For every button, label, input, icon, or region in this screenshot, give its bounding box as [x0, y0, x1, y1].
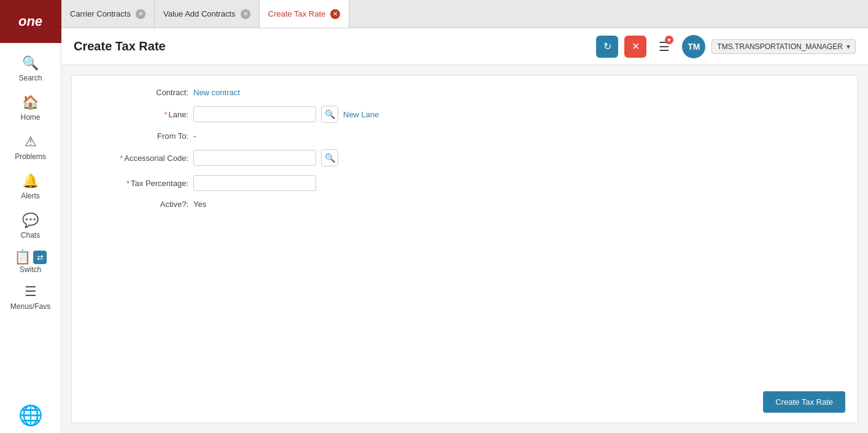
user-dropdown[interactable]: TMS.TRANSPORTATION_MANAGER ▾ [711, 39, 856, 54]
tab-carrier-contracts[interactable]: Carrier Contracts ✕ [61, 0, 155, 28]
tab-label: Create Tax Rate [268, 9, 326, 18]
chevron-down-icon: ▾ [847, 42, 850, 51]
sidebar-item-chats[interactable]: 💬 Chats [0, 206, 61, 246]
contract-row: Contract: New contract [90, 88, 839, 97]
tab-close-value-add[interactable]: ✕ [241, 9, 250, 19]
sidebar-item-search[interactable]: 🔍 Search [0, 49, 61, 88]
lane-label: *Lane: [90, 110, 188, 119]
sidebar-item-label: Alerts [21, 192, 40, 200]
sidebar-item-label: Search [18, 74, 42, 82]
menu-icon: ☰ [25, 284, 37, 300]
bell-icon: 🔔 [22, 173, 39, 189]
main-content: Carrier Contracts ✕ Value Add Contracts … [61, 0, 868, 433]
lane-row: *Lane: 🔍 New Lane [90, 106, 839, 123]
sidebar-item-label: Problems [15, 152, 46, 161]
sidebar-item-label: Chats [21, 231, 40, 240]
form-panel: Contract: New contract *Lane: 🔍 New Lane… [71, 75, 858, 423]
lane-input[interactable] [193, 106, 316, 122]
close-button[interactable]: ✕ [624, 36, 646, 58]
active-row: Active?: Yes [90, 200, 839, 209]
magnifier-icon: 🔍 [325, 153, 335, 163]
warning-icon: ⚠ [25, 134, 37, 150]
sidebar-item-switch[interactable]: 📋 ⇄ Switch [0, 246, 61, 278]
logo-text: one [18, 14, 42, 29]
tax-percentage-label: *Tax Percentage: [90, 179, 188, 188]
tax-percentage-row: *Tax Percentage: [90, 175, 839, 191]
content-area: Contract: New contract *Lane: 🔍 New Lane… [61, 65, 868, 433]
tab-create-tax-rate[interactable]: Create Tax Rate ✕ [260, 0, 350, 28]
create-tax-rate-button[interactable]: Create Tax Rate [763, 391, 845, 413]
notification-badge: ★ [665, 36, 673, 44]
app-logo[interactable]: one [0, 0, 61, 43]
from-to-row: From To: - [90, 131, 839, 141]
chat-icon: 💬 [22, 213, 39, 228]
active-label: Active?: [90, 200, 188, 209]
contract-value: New contract [193, 88, 240, 97]
close-icon: ✕ [632, 41, 640, 52]
header-bar: Create Tax Rate ↻ ✕ ☰ ★ TM TMS.TRANSPORT… [61, 28, 868, 65]
sidebar-globe-icon[interactable]: 🌐 [18, 404, 43, 427]
switch-arrows-icon: ⇄ [33, 251, 47, 264]
search-icon: 🔍 [22, 55, 39, 71]
tax-percentage-input[interactable] [193, 175, 316, 191]
sidebar-item-alerts[interactable]: 🔔 Alerts [0, 167, 61, 206]
new-lane-link[interactable]: New Lane [343, 110, 379, 119]
from-to-label: From To: [90, 131, 188, 141]
sidebar: one 🔍 Search 🏠 Home ⚠ Problems 🔔 Alerts … [0, 0, 61, 433]
tab-value-add-contracts[interactable]: Value Add Contracts ✕ [155, 0, 260, 28]
sidebar-item-home[interactable]: 🏠 Home [0, 88, 61, 128]
magnifier-icon: 🔍 [325, 109, 335, 119]
required-marker: * [164, 110, 167, 119]
home-icon: 🏠 [22, 95, 39, 111]
page-title: Create Tax Rate [74, 39, 590, 53]
refresh-button[interactable]: ↻ [596, 36, 618, 58]
active-value: Yes [193, 200, 206, 209]
tab-bar: Carrier Contracts ✕ Value Add Contracts … [61, 0, 868, 28]
tab-label: Value Add Contracts [163, 9, 236, 18]
sidebar-switch-label: Switch [20, 265, 41, 274]
username-label: TMS.TRANSPORTATION_MANAGER [717, 42, 843, 51]
switch-main-icon: 📋 [14, 249, 31, 265]
sidebar-item-label: Menus/Favs [10, 302, 50, 311]
form-footer: Create Tax Rate [763, 391, 845, 413]
accessorial-code-input[interactable] [193, 150, 316, 166]
required-marker: * [120, 154, 123, 163]
accessorial-code-row: *Accessorial Code: 🔍 [90, 149, 839, 166]
accessorial-code-label: *Accessorial Code: [90, 154, 188, 163]
tab-close-carrier-contracts[interactable]: ✕ [136, 9, 145, 19]
from-to-value: - [193, 131, 196, 141]
accessorial-search-button[interactable]: 🔍 [321, 149, 338, 166]
sidebar-item-menus[interactable]: ☰ Menus/Favs [0, 278, 61, 317]
required-marker: * [126, 179, 130, 188]
tab-label: Carrier Contracts [70, 9, 131, 18]
sidebar-item-label: Home [20, 113, 40, 122]
sidebar-item-problems[interactable]: ⚠ Problems [0, 128, 61, 167]
header-menu-button[interactable]: ☰ ★ [659, 39, 670, 54]
contract-label: Contract: [90, 88, 188, 97]
tab-close-create-tax-rate[interactable]: ✕ [330, 9, 340, 19]
lane-search-button[interactable]: 🔍 [321, 106, 338, 123]
avatar: TM [682, 35, 705, 58]
refresh-icon: ↻ [603, 41, 611, 52]
